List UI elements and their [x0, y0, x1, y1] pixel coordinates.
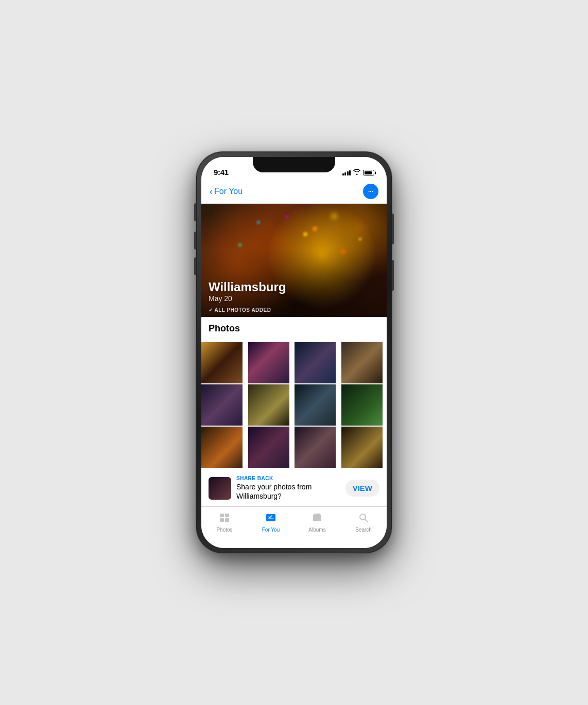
tab-for-you[interactable]: For You [248, 512, 294, 533]
more-button[interactable]: ··· [363, 184, 378, 199]
photo-cell[interactable] [201, 342, 243, 383]
photo-cell[interactable] [295, 427, 336, 468]
photo-cell[interactable] [295, 342, 336, 383]
photo-cell[interactable] [341, 342, 383, 383]
search-tab-icon [358, 512, 369, 525]
photos-label: Photos [209, 323, 379, 334]
back-label: For You [214, 187, 243, 196]
photo-cell[interactable] [248, 384, 289, 426]
tab-search[interactable]: Search [340, 512, 387, 533]
photos-section: Photos [201, 317, 387, 342]
navigation-bar: ‹ For You ··· [201, 180, 387, 204]
photo-cell[interactable] [201, 384, 243, 426]
signal-icon [342, 170, 351, 175]
phone-device: 9:41 ‹ [196, 152, 392, 553]
tab-photos[interactable]: Photos [201, 512, 248, 533]
hero-image: Williamsburg May 20 ✓ ALL PHOTOS ADDED [201, 204, 387, 317]
share-back-label: SHARE BACK [236, 475, 340, 481]
svg-rect-1 [225, 514, 229, 517]
back-button[interactable]: ‹ For You [210, 187, 243, 196]
all-photos-badge: ✓ ALL PHOTOS ADDED [209, 307, 271, 313]
tab-bar: Photos For You [201, 506, 387, 548]
photos-tab-icon [219, 512, 230, 525]
hero-date: May 20 [209, 294, 286, 303]
screen-content: Williamsburg May 20 ✓ ALL PHOTOS ADDED P… [201, 204, 387, 506]
albums-tab-label: Albums [308, 527, 325, 533]
for-you-tab-label: For You [262, 527, 280, 533]
share-back-thumbnail [209, 477, 231, 500]
hero-text: Williamsburg May 20 [209, 280, 286, 303]
tab-albums[interactable]: Albums [294, 512, 340, 533]
photos-tab-label: Photos [216, 527, 232, 533]
photo-cell[interactable] [201, 427, 243, 468]
svg-rect-3 [225, 518, 229, 522]
photo-grid-row-2 [201, 384, 387, 426]
status-time: 9:41 [214, 168, 229, 177]
svg-line-10 [365, 519, 368, 522]
battery-icon [363, 170, 374, 175]
for-you-tab-icon [265, 512, 276, 525]
phone-screen: 9:41 ‹ [201, 157, 387, 548]
svg-rect-7 [313, 515, 321, 521]
chevron-left-icon: ‹ [210, 187, 213, 196]
photo-cell[interactable] [295, 384, 336, 426]
share-back-description: Share your photos from Williamsburg? [236, 482, 340, 501]
wifi-icon [353, 169, 360, 177]
notch [253, 157, 335, 172]
more-dots-icon: ··· [368, 188, 373, 195]
share-back-banner: SHARE BACK Share your photos from Willia… [201, 469, 387, 506]
share-back-text: SHARE BACK Share your photos from Willia… [236, 475, 340, 501]
albums-tab-icon [312, 512, 323, 525]
svg-rect-0 [220, 514, 224, 517]
photo-cell[interactable] [341, 427, 383, 468]
photo-cell[interactable] [248, 427, 289, 468]
svg-rect-2 [220, 518, 224, 522]
hero-title: Williamsburg [209, 280, 286, 294]
photo-cell[interactable] [248, 342, 289, 383]
search-tab-label: Search [355, 527, 372, 533]
view-button[interactable]: VIEW [345, 480, 379, 497]
status-icons [342, 169, 375, 177]
svg-rect-8 [314, 514, 320, 515]
photo-grid-row-1 [201, 342, 387, 383]
photo-grid-row-3 [201, 427, 387, 468]
photo-cell[interactable] [341, 384, 383, 426]
